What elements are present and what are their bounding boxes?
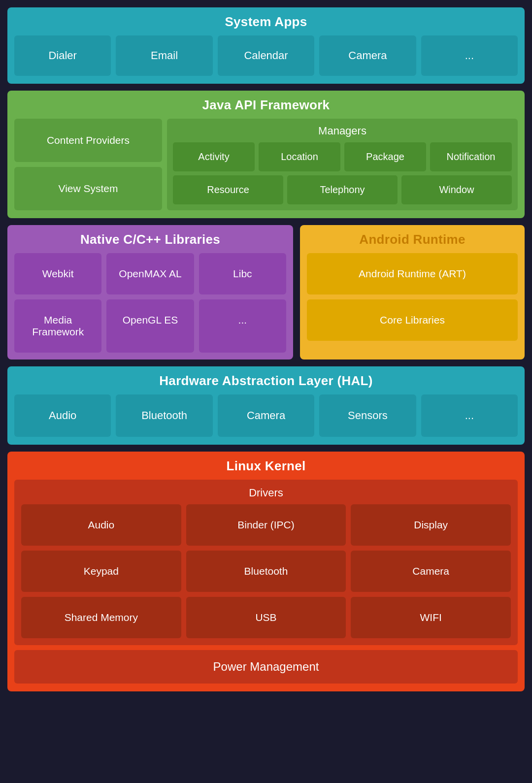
driver-shared-memory: Shared Memory: [21, 597, 181, 638]
native-more: ...: [199, 299, 286, 353]
drivers-title: Drivers: [21, 487, 511, 499]
native-runtime-row: Native C/C++ Libraries Webkit OpenMAX AL…: [7, 225, 525, 359]
driver-bluetooth: Bluetooth: [186, 551, 346, 592]
native-opengl: OpenGL ES: [106, 299, 194, 353]
java-left-column: Content Providers View System: [14, 119, 162, 210]
driver-audio: Audio: [21, 504, 181, 546]
android-runtime-title: Android Runtime: [307, 232, 518, 247]
power-management: Power Management: [14, 650, 518, 684]
hal-title: Hardware Abstraction Layer (HAL): [14, 373, 518, 389]
linux-kernel-layer: Linux Kernel Drivers Audio Binder (IPC) …: [7, 452, 525, 691]
driver-wifi: WIFI: [351, 597, 511, 638]
linux-kernel-title: Linux Kernel: [14, 458, 518, 474]
driver-display: Display: [351, 504, 511, 546]
system-apps-layer: System Apps Dialer Email Calendar Camera…: [7, 7, 525, 84]
hal-camera: Camera: [218, 394, 314, 437]
driver-usb: USB: [186, 597, 346, 638]
driver-binder: Binder (IPC): [186, 504, 346, 546]
content-providers-card: Content Providers: [14, 119, 162, 162]
android-runtime-layer: Android Runtime Android Runtime (ART) Co…: [300, 225, 525, 359]
java-api-title: Java API Framework: [14, 98, 518, 113]
drivers-grid: Audio Binder (IPC) Display Keypad Blueto…: [21, 504, 511, 638]
hal-audio: Audio: [14, 394, 111, 437]
app-camera: Camera: [319, 35, 416, 76]
hal-more: ...: [421, 394, 518, 437]
system-apps-grid: Dialer Email Calendar Camera ...: [14, 35, 518, 76]
app-email: Email: [116, 35, 212, 76]
managers-title: Managers: [173, 125, 512, 137]
view-system-card: View System: [14, 167, 162, 210]
system-apps-title: System Apps: [14, 14, 518, 30]
native-openmax: OpenMAX AL: [106, 253, 194, 294]
app-dialer: Dialer: [14, 35, 111, 76]
managers-row2: Resource Telephony Window: [173, 175, 512, 204]
driver-keypad: Keypad: [21, 551, 181, 592]
native-libc: Libc: [199, 253, 286, 294]
native-cpp-title: Native C/C++ Libraries: [14, 232, 286, 247]
app-more: ...: [421, 35, 518, 76]
manager-location: Location: [259, 142, 340, 171]
managers-box: Managers Activity Location Package Notif…: [167, 119, 518, 210]
native-grid: Webkit OpenMAX AL Libc Media Framework O…: [14, 253, 286, 353]
java-api-layer: Java API Framework Content Providers Vie…: [7, 91, 525, 218]
driver-camera: Camera: [351, 551, 511, 592]
manager-notification: Notification: [430, 142, 512, 171]
managers-row1: Activity Location Package Notification: [173, 142, 512, 171]
app-calendar: Calendar: [218, 35, 314, 76]
manager-activity: Activity: [173, 142, 255, 171]
hal-layer: Hardware Abstraction Layer (HAL) Audio B…: [7, 366, 525, 445]
art-card: Android Runtime (ART): [307, 253, 518, 294]
native-media: Media Framework: [14, 299, 101, 353]
hal-sensors: Sensors: [319, 394, 416, 437]
manager-telephony: Telephony: [287, 175, 398, 204]
core-libraries-card: Core Libraries: [307, 299, 518, 341]
manager-resource: Resource: [173, 175, 283, 204]
hal-grid: Audio Bluetooth Camera Sensors ...: [14, 394, 518, 437]
hal-bluetooth: Bluetooth: [116, 394, 212, 437]
manager-window: Window: [401, 175, 512, 204]
native-webkit: Webkit: [14, 253, 101, 294]
manager-package: Package: [344, 142, 426, 171]
drivers-box: Drivers Audio Binder (IPC) Display Keypa…: [14, 480, 518, 645]
native-cpp-layer: Native C/C++ Libraries Webkit OpenMAX AL…: [7, 225, 293, 359]
java-api-content: Content Providers View System Managers A…: [14, 119, 518, 210]
